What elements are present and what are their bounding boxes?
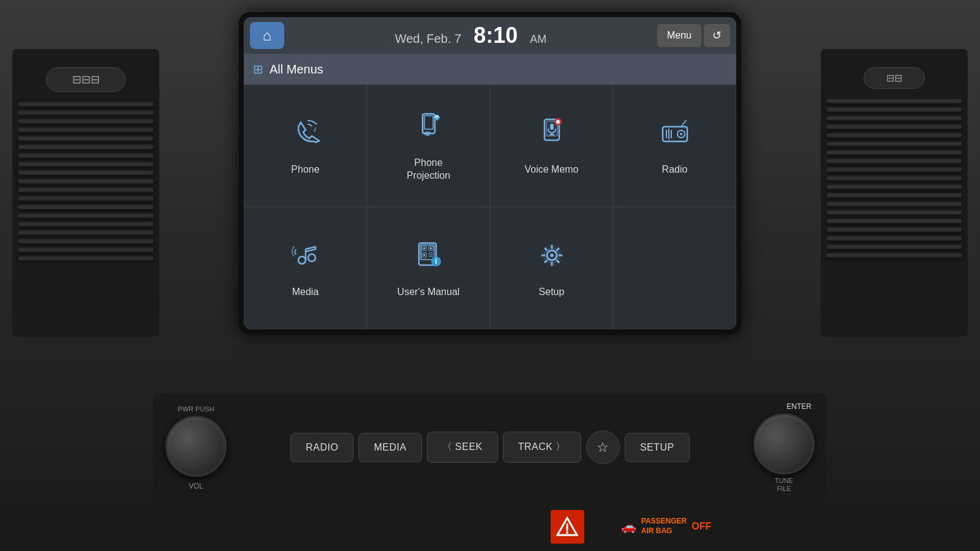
radio-icon [658,116,692,155]
pwr-label: PWR PUSH [178,405,214,413]
svg-point-39 [566,531,568,534]
hazard-button[interactable] [551,510,584,544]
header-buttons: Menu ↺ [657,24,730,47]
setup-icon [535,238,569,277]
menu-bar-title: All Menus [270,62,323,77]
svg-point-3 [436,118,437,119]
svg-rect-27 [423,254,425,256]
media-button[interactable]: MEDIA [358,433,421,462]
date-display: Wed, Feb. 7 [395,32,462,46]
vol-label: VOL [189,482,203,490]
users-manual-label: User's Manual [398,286,460,299]
time-display: 8:10 [473,23,518,48]
right-vent: ⊟⊟ [821,49,968,337]
svg-rect-25 [423,247,425,249]
control-panel: PWR PUSH VOL RADIO MEDIA 〈 SEEK TRACK 〉 … [153,393,827,502]
setup-button[interactable]: SETUP [625,433,690,462]
airbag-label: PASSENGERAIR BAG [641,517,687,536]
menu-item-phone[interactable]: Phone [244,84,367,207]
svg-text:i: i [435,257,437,266]
datetime-display: Wed, Feb. 7 8:10 AM [284,23,657,48]
hazard-icon [556,515,578,538]
media-icon [288,238,323,277]
control-buttons: RADIO MEDIA 〈 SEEK TRACK 〉 ☆ SETUP [233,430,747,464]
grid-icon: ⊞ [253,62,263,77]
menu-bar: ⊞ All Menus [244,54,736,84]
menu-item-voice-memo[interactable]: Voice Memo [490,84,613,207]
power-volume-knob[interactable] [165,416,227,477]
phone-projection-label: PhoneProjection [407,157,450,182]
left-vent: ⊟⊟⊟ [12,49,159,337]
setup-label: Setup [539,286,565,299]
home-icon: ⌂ [263,27,272,44]
airbag-icon: 🚗 [621,519,636,534]
phone-icon [288,116,323,155]
menu-item-radio[interactable]: Radio [613,84,736,207]
dashboard: ⊟⊟⊟ ⊟⊟ [0,0,980,551]
right-vent-button[interactable]: ⊟⊟ [864,67,925,89]
airbag-status: OFF [692,521,711,532]
tune-file-label: TUNEFILE [775,477,793,493]
back-icon: ↺ [712,29,722,42]
svg-point-34 [550,253,554,257]
voice-memo-label: Voice Memo [524,163,578,176]
seek-prev-button[interactable]: 〈 SEEK [427,432,498,463]
svg-rect-1 [424,116,433,129]
media-label: Media [292,286,319,299]
ampm-display: AM [530,33,546,46]
menu-item-phone-projection[interactable]: PhoneProjection [367,84,490,207]
passenger-airbag-indicator: 🚗 PASSENGERAIR BAG OFF [621,517,711,536]
screen-container: ⌂ Wed, Feb. 7 8:10 AM Menu ↺ ⊞ All Menus [239,12,741,334]
screen-header: ⌂ Wed, Feb. 7 8:10 AM Menu ↺ [244,17,736,54]
radio-label: Radio [662,163,688,176]
back-button[interactable]: ↺ [704,24,730,47]
phone-label: Phone [291,163,319,176]
menu-item-empty [613,207,736,329]
power-volume-section: PWR PUSH VOL [165,405,227,490]
star-icon: ☆ [597,440,609,455]
bottom-strip: 🚗 PASSENGERAIR BAG OFF [0,502,980,551]
menu-item-users-manual[interactable]: i User's Manual [367,207,490,329]
menu-item-setup[interactable]: Setup [490,207,613,329]
tune-enter-section: ENTER TUNEFILE [753,402,815,493]
enter-label: ENTER [753,402,815,411]
svg-point-19 [308,254,315,261]
left-vent-button[interactable]: ⊟⊟⊟ [46,67,126,92]
svg-line-12 [681,121,686,127]
tune-enter-knob[interactable] [753,413,815,474]
svg-rect-26 [430,247,432,249]
track-button[interactable]: TRACK 〉 [503,432,581,463]
svg-point-17 [680,133,682,135]
menu-button[interactable]: Menu [657,24,701,47]
voice-memo-icon [535,116,569,155]
favorite-button[interactable]: ☆ [586,430,620,464]
svg-point-18 [298,257,306,264]
radio-button[interactable]: RADIO [290,433,353,462]
menu-grid: Phone [244,84,736,329]
phone-projection-icon [412,109,446,148]
svg-point-10 [556,120,560,124]
home-button[interactable]: ⌂ [250,22,284,49]
screen: ⌂ Wed, Feb. 7 8:10 AM Menu ↺ ⊞ All Menus [244,17,736,329]
svg-rect-6 [550,124,554,130]
users-manual-icon: i [412,238,446,277]
menu-item-media[interactable]: Media [244,207,367,329]
